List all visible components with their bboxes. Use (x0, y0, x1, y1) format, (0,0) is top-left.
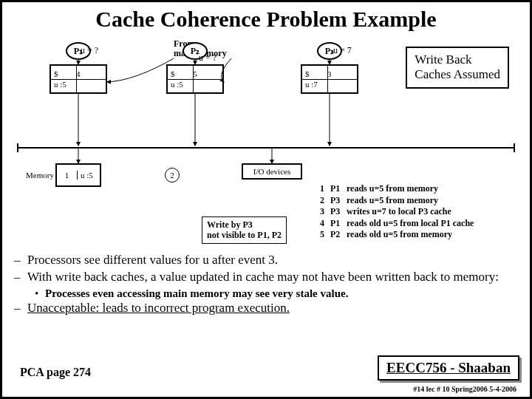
writeback-box: Write Back Caches Assumed (406, 47, 509, 89)
p3-cache: $3 u :7 (301, 64, 358, 94)
p2-u: u = ? (199, 52, 216, 64)
p3-u: u = 7 (333, 45, 352, 56)
bullet-3: –Unacceptable: leads to incorrect progra… (14, 300, 518, 316)
bullet-2-sub: •Processes even accessing main memory ma… (35, 287, 518, 301)
bullet-1: –Processors see different values for u a… (14, 252, 518, 267)
memory-label: Memory (26, 171, 54, 180)
footer-box: EECC756 - Shaaban (378, 355, 519, 381)
processor-p1: P₁ $4 u :5 (50, 42, 107, 94)
footer-sub: #14 lec # 10 Spring2006 5-4-2006 (413, 385, 516, 393)
p1-cache: $4 u :5 (50, 64, 107, 94)
diagram: From main memory Write Back Caches Assum… (2, 36, 530, 191)
slide: Cache Coherence Problem Example From mai… (0, 0, 532, 399)
io-box: I/O devices (242, 163, 302, 180)
bullets: –Processors see different values for u a… (14, 252, 518, 316)
event-2-circle: 2 (165, 168, 180, 183)
bus-line (17, 147, 515, 149)
bullet-2: –With write back caches, a value updated… (14, 269, 518, 284)
footer-left: PCA page 274 (20, 366, 91, 379)
event-list: 1P1reads u=5 from memory 2P3reads u=5 fr… (320, 183, 474, 241)
slide-title: Cache Coherence Problem Example (2, 7, 530, 32)
memory-box: 1u :5 (55, 163, 101, 187)
p2-cache: $5 u :5 (166, 64, 224, 94)
processor-p2: P₂ $5 u :5 (166, 42, 224, 94)
p1-u: u = ? (81, 45, 98, 56)
write-note: Write by P3 not visible to P1, P2 (202, 216, 287, 244)
